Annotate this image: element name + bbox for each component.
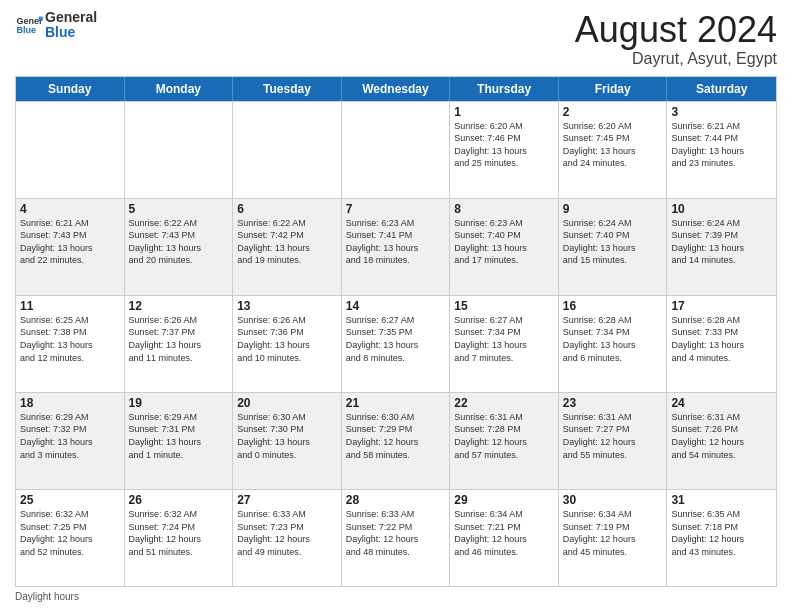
page: General Blue General Blue August 2024 Da…: [0, 0, 792, 612]
day-number: 25: [20, 493, 120, 507]
calendar-cell: 30Sunrise: 6:34 AM Sunset: 7:19 PM Dayli…: [559, 490, 668, 586]
calendar-cell: 26Sunrise: 6:32 AM Sunset: 7:24 PM Dayli…: [125, 490, 234, 586]
day-info: Sunrise: 6:32 AM Sunset: 7:24 PM Dayligh…: [129, 508, 229, 558]
day-number: 31: [671, 493, 772, 507]
day-info: Sunrise: 6:28 AM Sunset: 7:33 PM Dayligh…: [671, 314, 772, 364]
calendar-cell: 24Sunrise: 6:31 AM Sunset: 7:26 PM Dayli…: [667, 393, 776, 489]
calendar-cell: 1Sunrise: 6:20 AM Sunset: 7:46 PM Daylig…: [450, 102, 559, 198]
calendar-cell: 13Sunrise: 6:26 AM Sunset: 7:36 PM Dayli…: [233, 296, 342, 392]
weekday-header: Friday: [559, 77, 668, 101]
day-number: 8: [454, 202, 554, 216]
day-number: 21: [346, 396, 446, 410]
day-info: Sunrise: 6:34 AM Sunset: 7:19 PM Dayligh…: [563, 508, 663, 558]
calendar-cell: 25Sunrise: 6:32 AM Sunset: 7:25 PM Dayli…: [16, 490, 125, 586]
header: General Blue General Blue August 2024 Da…: [15, 10, 777, 68]
calendar-cell: 7Sunrise: 6:23 AM Sunset: 7:41 PM Daylig…: [342, 199, 451, 295]
day-info: Sunrise: 6:33 AM Sunset: 7:23 PM Dayligh…: [237, 508, 337, 558]
subtitle: Dayrut, Asyut, Egypt: [575, 50, 777, 68]
day-info: Sunrise: 6:34 AM Sunset: 7:21 PM Dayligh…: [454, 508, 554, 558]
day-info: Sunrise: 6:22 AM Sunset: 7:43 PM Dayligh…: [129, 217, 229, 267]
calendar-cell: 10Sunrise: 6:24 AM Sunset: 7:39 PM Dayli…: [667, 199, 776, 295]
day-number: 27: [237, 493, 337, 507]
calendar-row: 25Sunrise: 6:32 AM Sunset: 7:25 PM Dayli…: [16, 489, 776, 586]
day-number: 7: [346, 202, 446, 216]
day-info: Sunrise: 6:30 AM Sunset: 7:30 PM Dayligh…: [237, 411, 337, 461]
day-number: 16: [563, 299, 663, 313]
day-info: Sunrise: 6:31 AM Sunset: 7:26 PM Dayligh…: [671, 411, 772, 461]
calendar-cell: 28Sunrise: 6:33 AM Sunset: 7:22 PM Dayli…: [342, 490, 451, 586]
calendar-cell: 19Sunrise: 6:29 AM Sunset: 7:31 PM Dayli…: [125, 393, 234, 489]
calendar-row: 1Sunrise: 6:20 AM Sunset: 7:46 PM Daylig…: [16, 101, 776, 198]
day-number: 14: [346, 299, 446, 313]
calendar-cell: 6Sunrise: 6:22 AM Sunset: 7:42 PM Daylig…: [233, 199, 342, 295]
calendar-cell: 18Sunrise: 6:29 AM Sunset: 7:32 PM Dayli…: [16, 393, 125, 489]
calendar-cell: 27Sunrise: 6:33 AM Sunset: 7:23 PM Dayli…: [233, 490, 342, 586]
day-number: 13: [237, 299, 337, 313]
calendar-cell: 8Sunrise: 6:23 AM Sunset: 7:40 PM Daylig…: [450, 199, 559, 295]
day-info: Sunrise: 6:31 AM Sunset: 7:28 PM Dayligh…: [454, 411, 554, 461]
calendar-cell: 31Sunrise: 6:35 AM Sunset: 7:18 PM Dayli…: [667, 490, 776, 586]
calendar-cell: [125, 102, 234, 198]
day-number: 4: [20, 202, 120, 216]
day-info: Sunrise: 6:23 AM Sunset: 7:40 PM Dayligh…: [454, 217, 554, 267]
day-info: Sunrise: 6:25 AM Sunset: 7:38 PM Dayligh…: [20, 314, 120, 364]
day-number: 6: [237, 202, 337, 216]
day-number: 23: [563, 396, 663, 410]
logo: General Blue General Blue: [15, 10, 97, 41]
day-info: Sunrise: 6:20 AM Sunset: 7:46 PM Dayligh…: [454, 120, 554, 170]
day-info: Sunrise: 6:29 AM Sunset: 7:32 PM Dayligh…: [20, 411, 120, 461]
calendar-cell: 12Sunrise: 6:26 AM Sunset: 7:37 PM Dayli…: [125, 296, 234, 392]
day-number: 19: [129, 396, 229, 410]
weekday-header: Tuesday: [233, 77, 342, 101]
day-number: 15: [454, 299, 554, 313]
weekday-header: Wednesday: [342, 77, 451, 101]
calendar-cell: 14Sunrise: 6:27 AM Sunset: 7:35 PM Dayli…: [342, 296, 451, 392]
day-number: 26: [129, 493, 229, 507]
day-number: 10: [671, 202, 772, 216]
day-info: Sunrise: 6:21 AM Sunset: 7:43 PM Dayligh…: [20, 217, 120, 267]
calendar-cell: 4Sunrise: 6:21 AM Sunset: 7:43 PM Daylig…: [16, 199, 125, 295]
day-info: Sunrise: 6:28 AM Sunset: 7:34 PM Dayligh…: [563, 314, 663, 364]
calendar-cell: 29Sunrise: 6:34 AM Sunset: 7:21 PM Dayli…: [450, 490, 559, 586]
calendar-row: 11Sunrise: 6:25 AM Sunset: 7:38 PM Dayli…: [16, 295, 776, 392]
day-number: 2: [563, 105, 663, 119]
calendar-cell: [16, 102, 125, 198]
main-title: August 2024: [575, 10, 777, 50]
day-info: Sunrise: 6:30 AM Sunset: 7:29 PM Dayligh…: [346, 411, 446, 461]
calendar-cell: 5Sunrise: 6:22 AM Sunset: 7:43 PM Daylig…: [125, 199, 234, 295]
day-number: 3: [671, 105, 772, 119]
day-number: 22: [454, 396, 554, 410]
day-number: 5: [129, 202, 229, 216]
weekday-header: Saturday: [667, 77, 776, 101]
calendar-cell: 21Sunrise: 6:30 AM Sunset: 7:29 PM Dayli…: [342, 393, 451, 489]
calendar-cell: 23Sunrise: 6:31 AM Sunset: 7:27 PM Dayli…: [559, 393, 668, 489]
day-number: 9: [563, 202, 663, 216]
day-info: Sunrise: 6:27 AM Sunset: 7:34 PM Dayligh…: [454, 314, 554, 364]
calendar-cell: 2Sunrise: 6:20 AM Sunset: 7:45 PM Daylig…: [559, 102, 668, 198]
day-number: 18: [20, 396, 120, 410]
day-number: 17: [671, 299, 772, 313]
title-block: August 2024 Dayrut, Asyut, Egypt: [575, 10, 777, 68]
day-info: Sunrise: 6:33 AM Sunset: 7:22 PM Dayligh…: [346, 508, 446, 558]
day-info: Sunrise: 6:29 AM Sunset: 7:31 PM Dayligh…: [129, 411, 229, 461]
day-info: Sunrise: 6:24 AM Sunset: 7:40 PM Dayligh…: [563, 217, 663, 267]
day-info: Sunrise: 6:27 AM Sunset: 7:35 PM Dayligh…: [346, 314, 446, 364]
calendar-cell: [233, 102, 342, 198]
weekday-header: Sunday: [16, 77, 125, 101]
day-info: Sunrise: 6:23 AM Sunset: 7:41 PM Dayligh…: [346, 217, 446, 267]
day-number: 29: [454, 493, 554, 507]
calendar-cell: 17Sunrise: 6:28 AM Sunset: 7:33 PM Dayli…: [667, 296, 776, 392]
day-info: Sunrise: 6:35 AM Sunset: 7:18 PM Dayligh…: [671, 508, 772, 558]
calendar-cell: 9Sunrise: 6:24 AM Sunset: 7:40 PM Daylig…: [559, 199, 668, 295]
calendar-cell: 16Sunrise: 6:28 AM Sunset: 7:34 PM Dayli…: [559, 296, 668, 392]
calendar-body: 1Sunrise: 6:20 AM Sunset: 7:46 PM Daylig…: [16, 101, 776, 586]
day-number: 20: [237, 396, 337, 410]
footer-note: Daylight hours: [15, 591, 777, 602]
day-number: 30: [563, 493, 663, 507]
calendar-row: 18Sunrise: 6:29 AM Sunset: 7:32 PM Dayli…: [16, 392, 776, 489]
weekday-header: Monday: [125, 77, 234, 101]
day-info: Sunrise: 6:31 AM Sunset: 7:27 PM Dayligh…: [563, 411, 663, 461]
calendar-cell: 15Sunrise: 6:27 AM Sunset: 7:34 PM Dayli…: [450, 296, 559, 392]
day-number: 12: [129, 299, 229, 313]
day-number: 24: [671, 396, 772, 410]
